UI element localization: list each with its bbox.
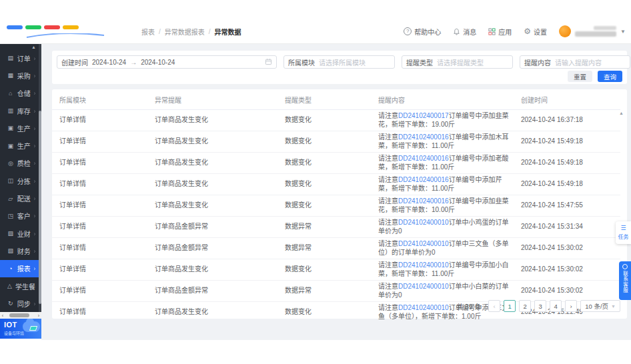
cell-alert: 订单商品发生变化 <box>147 153 277 174</box>
cell-alert: 订单商品发生变化 <box>147 174 277 195</box>
iot-subtitle: 设备与环境 <box>4 330 24 336</box>
alert-type-select[interactable]: 提醒类型 请选择提醒类型 <box>402 55 513 69</box>
table-scroll-up-icon[interactable]: ▲ <box>619 111 624 115</box>
sidebar-hscrollbar[interactable]: ‹ › <box>0 312 41 319</box>
prev-page-button[interactable]: ‹ <box>488 300 500 312</box>
cell-module: 订单详情 <box>52 259 147 281</box>
cell-module: 订单详情 <box>52 238 147 259</box>
app-window: 报表 / 异常数据报表 / 异常数据 ? 帮助中心 消息 <box>0 0 631 364</box>
sidebar-item[interactable]: ↻ 同步 › <box>0 295 39 312</box>
cell-content: 请注意DD24102400016订单编号中添加木耳菜，新增下单数：11.00斤 <box>371 131 514 153</box>
breadcrumb-parent[interactable]: 异常数据报表 <box>165 27 205 37</box>
page-button[interactable]: 2 <box>519 300 531 312</box>
scroll-right-icon[interactable]: › <box>36 313 41 318</box>
sidebar-item[interactable]: ▥ 库存 › <box>0 102 39 119</box>
order-number-link[interactable]: DD24102400016 <box>398 133 449 141</box>
help-center-button[interactable]: ? 帮助中心 <box>404 27 441 37</box>
sidebar-item[interactable]: ▦ 采购 › <box>0 67 39 84</box>
iot-title: IOT <box>4 321 17 329</box>
filter-panel: 创建时间 2024-10-24 → 2024-10-24 所属模块 请选择所属模… <box>52 51 627 84</box>
sidebar-item[interactable]: ⌂ 仓储 › <box>0 85 39 102</box>
user-menu[interactable]: ▼ <box>559 25 626 37</box>
next-page-button[interactable]: › <box>565 300 577 312</box>
cell-alert: 订单商品发生变化 <box>147 110 277 131</box>
breadcrumb: 报表 / 异常数据报表 / 异常数据 <box>141 27 241 37</box>
sidebar-item-label: 生产 <box>17 123 31 133</box>
page-size-select[interactable]: 10 条/页 ▼ <box>580 300 620 312</box>
table-header-row: 所属模块 异常提醒 提醒类型 提醒内容 创建时间 <box>52 89 620 110</box>
sidebar-item[interactable]: ▧ 财务 › <box>0 242 39 259</box>
page-button[interactable]: 3 <box>534 300 546 312</box>
sidebar-item[interactable]: ▱ 配送 › <box>0 189 39 207</box>
table-row: 订单详情 订单商品发生变化 数据变化 请注意DD24102400016订单编号中… <box>52 153 620 174</box>
task-float-button[interactable]: ☰ 任务 <box>616 221 631 244</box>
sidebar-item[interactable]: ◫ 分拣 › <box>0 172 39 189</box>
page-button[interactable]: 1 <box>504 300 516 312</box>
col-content: 提醒内容 <box>371 89 514 110</box>
page-button[interactable]: 4 <box>550 300 562 312</box>
app-grid-icon <box>488 28 496 35</box>
contact-support-tab[interactable]: 联系客服 <box>619 261 631 300</box>
sidebar-item-label: 仓储 <box>17 88 31 98</box>
scroll-left-icon[interactable]: ‹ <box>0 313 5 318</box>
order-number-link[interactable]: DD24102400010 <box>398 283 449 290</box>
sidebar-item-label: 报表 <box>17 263 31 273</box>
table-row: 订单详情 订单商品发生变化 数据变化 请注意DD24102400010订单编号中… <box>52 259 620 281</box>
content-placeholder: 请输入提醒内容 <box>555 57 602 67</box>
cell-alert: 订单商品发生变化 <box>147 131 277 153</box>
sidebar-item[interactable]: ◔ 报表 › <box>0 260 39 277</box>
sidebar-item[interactable]: ▨ 业财 › <box>0 225 39 242</box>
cell-content: 请注意DD24102400016订单编号中添加芹菜，新增下单数：11.00斤 <box>371 174 514 195</box>
gear-icon: ⚙ <box>524 27 531 35</box>
sidebar-item[interactable]: ▤ 订单 › <box>0 49 39 67</box>
search-button[interactable]: 查询 <box>598 71 622 82</box>
sidebar-item[interactable]: ▣ 生产 › <box>0 137 39 154</box>
sidebar-scroll-up-icon[interactable]: ▲ <box>31 45 36 49</box>
order-number-link[interactable]: DD24102400010 <box>398 219 449 226</box>
pagination: 共 39 条 ‹ 1234 › 10 条/页 ▼ <box>457 300 620 312</box>
cell-time: 2024-10-24 15:49:18 <box>514 174 620 195</box>
sidebar-item[interactable]: ▣ 生产 › <box>0 119 39 137</box>
col-module: 所属模块 <box>52 89 147 110</box>
messages-button[interactable]: 消息 <box>453 27 476 37</box>
alert-content-input[interactable]: 提醒内容 请输入提醒内容 <box>520 55 630 69</box>
data-table-panel: 所属模块 异常提醒 提醒类型 提醒内容 创建时间 订单详情 订单商品发生变化 数… <box>52 89 627 319</box>
table-row: 订单详情 订单商品发生变化 数据变化 请注意DD24102400016订单编号中… <box>52 131 620 153</box>
order-number-link[interactable]: DD24102400016 <box>398 155 449 162</box>
apps-button[interactable]: 应用 <box>488 27 512 37</box>
col-type: 提醒类型 <box>277 89 371 110</box>
cell-type: 数据变化 <box>277 302 371 323</box>
chevron-right-icon: › <box>34 107 35 113</box>
sidebar-item[interactable]: ◎ 质检 › <box>0 155 39 172</box>
chevron-right-icon: › <box>34 178 35 184</box>
settings-button[interactable]: ⚙ 设置 <box>524 27 547 37</box>
sidebar-item-label: 订单 <box>17 53 31 63</box>
reset-button[interactable]: 重置 <box>568 71 592 82</box>
cell-type: 数据异常 <box>277 238 371 259</box>
sidebar-item-icon: ▧ <box>7 247 14 254</box>
sidebar-item-label: 库存 <box>17 106 31 116</box>
sidebar-item[interactable]: △ 学生餐 › <box>0 277 39 295</box>
iot-banner[interactable]: IOT 设备与环境 <box>0 319 41 339</box>
sidebar-item-label: 配送 <box>17 193 31 203</box>
module-select[interactable]: 所属模块 请选择所属模块 <box>283 55 395 69</box>
order-number-link[interactable]: DD24102400016 <box>398 197 449 205</box>
cell-content: 请注意DD24102400016订单编号中添加韭菜花，新增下单数：10.00斤 <box>371 195 514 217</box>
sidebar-item[interactable]: ◳ 客户 › <box>0 207 39 225</box>
order-number-link[interactable]: DD24102400010 <box>398 304 449 311</box>
col-time: 创建时间 <box>514 89 620 110</box>
cell-content: 请注意DD24102400010订单中小鸡蛋的订单单价为0 <box>371 217 514 238</box>
table-row: 订单详情 订单商品金额异常 数据异常 请注意DD24102400010订单中小鸡… <box>52 217 620 238</box>
table-row: 订单详情 订单商品金额异常 数据异常 请注意DD24102400010订单中三文… <box>52 238 620 259</box>
breadcrumb-root[interactable]: 报表 <box>141 27 155 37</box>
date-range-picker[interactable]: 创建时间 2024-10-24 → 2024-10-24 <box>57 55 277 69</box>
table-row: 订单详情 订单商品发生变化 数据变化 请注意DD24102400016订单编号中… <box>52 195 620 217</box>
order-number-link[interactable]: DD24102400010 <box>398 261 449 269</box>
hscroll-thumb[interactable] <box>9 313 29 317</box>
cell-type: 数据变化 <box>277 110 371 131</box>
order-number-link[interactable]: DD24102400010 <box>398 240 449 247</box>
order-number-link[interactable]: DD24102400016 <box>398 176 449 183</box>
cell-alert: 订单商品金额异常 <box>147 281 277 302</box>
order-number-link[interactable]: DD24102400017 <box>398 112 449 119</box>
cell-content: 请注意DD24102400016订单编号中添加老酸菜，新增下单数：11.00斤 <box>371 153 514 174</box>
